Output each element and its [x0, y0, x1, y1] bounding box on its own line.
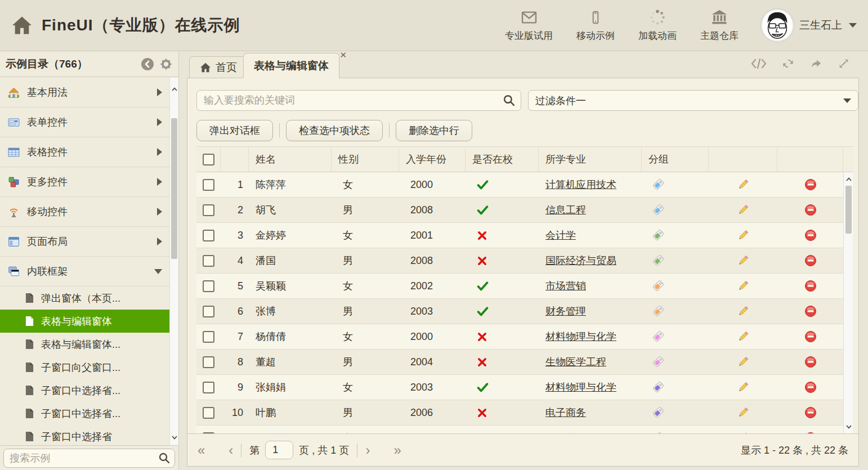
column-header[interactable]: 所学专业 [539, 147, 642, 172]
tag-icon[interactable] [652, 280, 664, 292]
sidebar-subitem[interactable]: 子窗口中选择省 [0, 425, 170, 445]
action-button-2[interactable]: 删除选中行 [396, 120, 472, 141]
tag-icon[interactable] [652, 305, 664, 317]
column-header[interactable]: 是否在校 [466, 147, 539, 172]
major-link[interactable]: 市场营销 [545, 279, 586, 293]
delete-button[interactable] [804, 178, 817, 191]
sidebar-item[interactable]: 更多控件 [0, 167, 170, 197]
delete-button[interactable] [804, 330, 817, 343]
edit-button[interactable] [737, 178, 749, 191]
column-header[interactable] [221, 147, 249, 172]
prev-page-icon[interactable]: ‹ [229, 444, 233, 457]
header-nav-loading[interactable]: 加载动画 [638, 8, 677, 42]
row-checkbox[interactable] [203, 331, 214, 343]
row-checkbox[interactable] [203, 306, 214, 317]
major-link[interactable]: 电子商务 [545, 406, 586, 419]
sidebar-item[interactable]: 移动控件 [0, 197, 170, 227]
edit-button[interactable] [737, 254, 749, 267]
sidebar-item[interactable]: 基本用法 [0, 78, 170, 108]
tag-icon[interactable] [652, 330, 664, 343]
row-checkbox[interactable] [203, 179, 214, 191]
sidebar-subitem[interactable]: 弹出窗体（本页... [0, 287, 170, 310]
expand-icon[interactable] [838, 57, 850, 70]
scroll-down-icon[interactable] [171, 434, 177, 441]
sidebar-scrollbar[interactable] [169, 78, 178, 445]
column-header[interactable] [709, 147, 777, 172]
delete-button[interactable] [804, 280, 817, 292]
gear-icon[interactable] [159, 57, 173, 71]
select-all-checkbox[interactable] [203, 154, 214, 165]
edit-button[interactable] [737, 406, 749, 419]
major-link[interactable]: 材料物理与化学 [545, 330, 616, 343]
grid-scrollbar[interactable] [843, 172, 853, 433]
keyword-search-input[interactable] [196, 90, 521, 111]
sidebar-subitem[interactable]: 表格与编辑窗体 [0, 310, 170, 333]
close-icon[interactable]: ✕ [339, 50, 347, 60]
scrollbar-thumb[interactable] [171, 118, 177, 259]
major-link[interactable]: 财务管理 [545, 305, 586, 318]
collapse-sidebar-icon[interactable] [141, 57, 154, 71]
column-header[interactable] [196, 147, 221, 172]
header-nav-trial[interactable]: 专业版试用 [505, 8, 553, 42]
sidebar-item[interactable]: 内联框架 [0, 257, 170, 287]
row-checkbox[interactable] [203, 382, 214, 393]
sidebar-subitem[interactable]: 子窗口中选择省... [0, 402, 170, 425]
refresh-icon[interactable] [781, 57, 795, 70]
tag-icon[interactable] [652, 229, 664, 241]
major-link[interactable]: 材料物理与化学 [545, 381, 616, 394]
column-header[interactable]: 入学年份 [399, 147, 466, 172]
tag-icon[interactable] [652, 406, 664, 419]
scroll-down-icon[interactable] [845, 423, 852, 430]
sidebar-subitem[interactable]: 子窗口向父窗口... [0, 356, 170, 379]
page-number-input[interactable] [265, 441, 293, 459]
code-icon[interactable] [751, 57, 767, 70]
delete-button[interactable] [804, 381, 817, 393]
sidebar-search-input[interactable] [3, 449, 175, 468]
sidebar-item[interactable]: 页面布局 [0, 227, 170, 257]
share-icon[interactable] [809, 57, 823, 70]
header-nav-theme[interactable]: 主题仓库 [700, 8, 739, 42]
row-checkbox[interactable] [203, 255, 214, 267]
tag-icon[interactable] [652, 254, 664, 267]
tag-icon[interactable] [652, 356, 664, 368]
row-checkbox[interactable] [203, 230, 214, 241]
edit-button[interactable] [737, 280, 749, 292]
tab-home[interactable]: 首页 [189, 56, 248, 78]
sidebar-item[interactable]: 表单控件 [0, 108, 170, 137]
tag-icon[interactable] [652, 178, 664, 191]
filter-dropdown[interactable]: 过滤条件一 [528, 90, 858, 111]
major-link[interactable]: 国际经济与贸易 [545, 254, 616, 267]
row-checkbox[interactable] [203, 407, 214, 419]
column-header[interactable]: 分组 [642, 147, 709, 172]
scrollbar-thumb[interactable] [845, 186, 852, 234]
sidebar-item[interactable]: 表格控件 [0, 137, 170, 167]
row-checkbox[interactable] [203, 280, 214, 292]
user-menu[interactable]: 三生石上 [761, 9, 857, 42]
delete-button[interactable] [804, 254, 817, 267]
last-page-icon[interactable]: » [393, 444, 401, 457]
search-icon[interactable] [503, 94, 516, 107]
sidebar-subitem[interactable]: 子窗口中选择省... [0, 379, 170, 402]
action-button-1[interactable]: 检查选中项状态 [286, 120, 383, 141]
major-link[interactable]: 会计学 [545, 229, 576, 242]
row-checkbox[interactable] [203, 204, 214, 216]
column-header[interactable] [777, 147, 843, 172]
search-icon[interactable] [158, 452, 171, 464]
delete-button[interactable] [804, 305, 817, 317]
delete-button[interactable] [804, 229, 817, 241]
edit-button[interactable] [737, 204, 749, 216]
scroll-up-icon[interactable] [845, 176, 852, 182]
next-page-icon[interactable]: › [365, 444, 370, 457]
major-link[interactable]: 生物医学工程 [545, 355, 606, 369]
first-page-icon[interactable]: « [198, 444, 205, 457]
tab-grid-edit-window[interactable]: 表格与编辑窗体 ✕ [243, 53, 339, 78]
edit-button[interactable] [737, 305, 749, 317]
column-header[interactable]: 性别 [332, 147, 399, 172]
delete-button[interactable] [804, 356, 817, 368]
delete-button[interactable] [804, 204, 817, 216]
tag-icon[interactable] [652, 381, 664, 393]
edit-button[interactable] [737, 229, 749, 241]
action-button-0[interactable]: 弹出对话框 [196, 120, 273, 141]
column-header[interactable]: 姓名 [249, 147, 332, 172]
major-link[interactable]: 计算机应用技术 [545, 178, 616, 191]
